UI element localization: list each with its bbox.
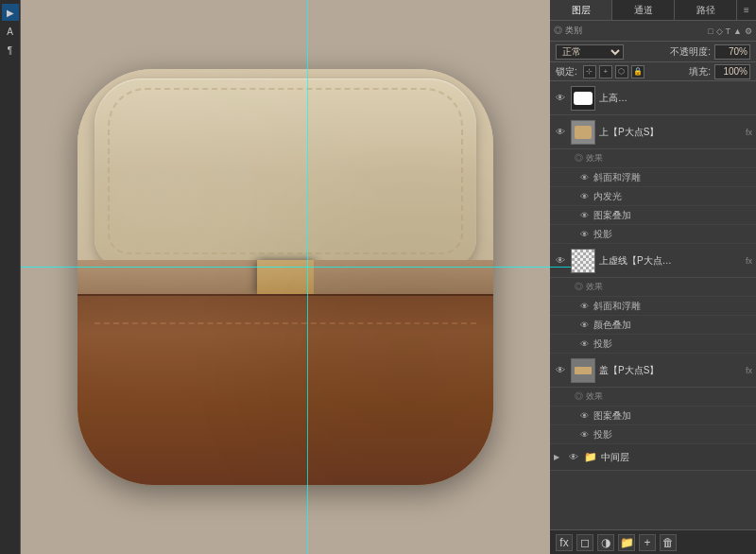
layer-3-thumb [571, 249, 595, 273]
blend-mode-select[interactable]: 正常 溶解 正片叠底 [556, 44, 624, 60]
layer-item-2[interactable]: 👁 上【P大点S】 fx [550, 115, 756, 149]
effect-3-shadow-visibility[interactable]: 👁 [578, 338, 590, 350]
layer-item-4[interactable]: 👁 盖【P大点S】 fx [550, 354, 756, 388]
header-icons: □ ◇ T ▲ ⚙ [708, 26, 752, 36]
tool-paragraph[interactable]: ¶ [2, 42, 19, 59]
layer-4-visibility[interactable]: 👁 [554, 364, 567, 377]
effects-label-3: ◎ 效果 [575, 281, 603, 293]
layer-item-3[interactable]: 👁 上虚线【P大点… fx [550, 244, 756, 278]
tab-paths[interactable]: 路径 [675, 0, 737, 20]
effect-2-pattern-visibility[interactable]: 👁 [578, 210, 590, 221]
fill-label: 填充: [689, 65, 711, 78]
layer-4-info: 盖【P大点S】 [599, 364, 742, 377]
layer-4-effect-pattern[interactable]: 👁 图案叠加 [550, 407, 756, 425]
layer-4-effect-dropshadow[interactable]: 👁 投影 [550, 425, 756, 444]
effect-2-innerglow-visibility[interactable]: 👁 [578, 191, 590, 202]
layer-1-thumb [571, 86, 595, 111]
right-panel: 图层 通道 路径 ≡ ◎ 类别 □ ◇ T ▲ ⚙ 正常 溶解 正片叠底 不透明… [550, 0, 756, 554]
layer-3-info: 上虚线【P大点… [599, 254, 742, 268]
group-arrow-icon: ▶ [554, 453, 563, 461]
effect-3-bevel-name: 斜面和浮雕 [593, 300, 641, 313]
effect-2-shadow-name: 投影 [593, 228, 612, 241]
lock-pixels-button[interactable]: ⊹ [583, 65, 596, 78]
kind-adjust-icon[interactable]: ◇ [716, 26, 723, 36]
tab-layers[interactable]: 图层 [550, 0, 612, 20]
layer-2-effect-pattern[interactable]: 👁 图案叠加 [550, 206, 756, 225]
lock-label: 锁定: [556, 65, 577, 78]
layer-1-thumb-preview [574, 92, 593, 105]
lock-position-button[interactable]: + [599, 65, 612, 78]
panel-tabs: 图层 通道 路径 ≡ [550, 0, 756, 21]
group-visibility[interactable]: 👁 [567, 451, 580, 464]
effect-4-pattern-name: 图案叠加 [593, 409, 631, 423]
layer-list: 👁 上高… 👁 上【P大点S】 fx ◎ 效果 👁 斜面和浮雕 [550, 81, 756, 529]
layer-2-thumb [571, 120, 595, 145]
group-name: 中间层 [601, 451, 629, 464]
layer-4-thumb-preview [575, 367, 592, 374]
left-toolbar: ▶ A ¶ [0, 0, 21, 554]
delete-layer-button[interactable]: 🗑 [660, 534, 677, 551]
effect-2-shadow-visibility[interactable]: 👁 [578, 229, 590, 240]
kind-smart-icon[interactable]: ⚙ [745, 26, 752, 36]
layer-2-info: 上【P大点S】 [599, 126, 742, 139]
effect-3-color-visibility[interactable]: 👁 [578, 320, 590, 331]
layer-2-name: 上【P大点S】 [599, 126, 742, 139]
app-icon [77, 69, 493, 485]
group-folder-icon: 📁 [584, 451, 597, 464]
kind-shape-icon[interactable]: ▲ [733, 26, 742, 36]
lock-fill-row: 锁定: ⊹ + ⬡ 🔒 填充: [550, 62, 756, 81]
lock-artboard-button[interactable]: ⬡ [615, 65, 628, 78]
new-layer-button[interactable]: + [639, 534, 656, 551]
layer-2-effect-inner-glow[interactable]: 👁 内发光 [550, 187, 756, 206]
group-item-1[interactable]: ▶ 👁 📁 中间层 [550, 444, 756, 471]
opacity-input[interactable] [714, 44, 750, 60]
effect-2-bevel-visibility[interactable]: 👁 [578, 172, 590, 183]
tab-channels[interactable]: 通道 [612, 0, 675, 20]
effect-4-shadow-name: 投影 [593, 428, 612, 441]
layer-1-visibility[interactable]: 👁 [554, 92, 567, 105]
fx-button[interactable]: fx [556, 534, 573, 551]
tool-select[interactable]: ▶ [2, 4, 19, 21]
fill-input[interactable] [714, 64, 750, 79]
layer-2-thumb-preview [575, 126, 592, 139]
kind-pixel-icon[interactable]: □ [708, 26, 713, 36]
layer-3-effect-dropshadow[interactable]: 👁 投影 [550, 335, 756, 354]
effects-label-4: ◎ 效果 [575, 390, 603, 403]
adjustment-button[interactable]: ◑ [597, 534, 614, 551]
effect-3-shadow-name: 投影 [593, 338, 612, 351]
layer-2-effects-header: ◎ 效果 [550, 149, 756, 168]
canvas-area [21, 0, 550, 554]
kind-type-icon[interactable]: T [726, 26, 731, 36]
layer-2-fx: fx [746, 128, 752, 137]
mask-button[interactable]: ◻ [576, 534, 593, 551]
lock-all-button[interactable]: 🔒 [631, 65, 644, 78]
layer-4-fx: fx [746, 366, 752, 375]
layer-2-visibility[interactable]: 👁 [554, 126, 567, 139]
effect-3-color-name: 颜色叠加 [593, 319, 631, 332]
panel-menu-button[interactable]: ≡ [737, 0, 756, 20]
effects-label-2: ◎ 效果 [575, 152, 603, 164]
layer-item-1[interactable]: 👁 上高… [550, 81, 756, 115]
layer-2-effect-bevel[interactable]: 👁 斜面和浮雕 [550, 168, 756, 187]
lock-icons: ⊹ + ⬡ 🔒 [583, 65, 644, 78]
layer-3-name: 上虚线【P大点… [599, 254, 742, 268]
layer-4-effects-header: ◎ 效果 [550, 388, 756, 407]
group-button[interactable]: 📁 [618, 534, 635, 551]
effect-2-bevel-name: 斜面和浮雕 [593, 171, 641, 184]
tool-text[interactable]: A [2, 23, 19, 40]
layer-3-effect-coloroverlay[interactable]: 👁 颜色叠加 [550, 316, 756, 335]
effect-2-innerglow-name: 内发光 [593, 190, 622, 203]
effect-4-pattern-visibility[interactable]: 👁 [578, 410, 590, 422]
effect-4-shadow-visibility[interactable]: 👁 [578, 429, 590, 441]
panel-bottom-toolbar: fx ◻ ◑ 📁 + 🗑 [550, 529, 756, 554]
layer-3-fx: fx [746, 256, 752, 266]
effect-3-bevel-visibility[interactable]: 👁 [578, 301, 590, 312]
layer-3-effect-bevel[interactable]: 👁 斜面和浮雕 [550, 297, 756, 316]
panel-header: ◎ 类别 □ ◇ T ▲ ⚙ [550, 21, 756, 42]
layer-2-effect-dropshadow[interactable]: 👁 投影 [550, 225, 756, 244]
layer-1-name: 上高… [599, 92, 752, 105]
blend-opacity-row: 正常 溶解 正片叠底 不透明度: [550, 42, 756, 62]
opacity-label: 不透明度: [670, 45, 711, 59]
layer-1-info: 上高… [599, 92, 752, 105]
layer-3-visibility[interactable]: 👁 [554, 254, 567, 268]
